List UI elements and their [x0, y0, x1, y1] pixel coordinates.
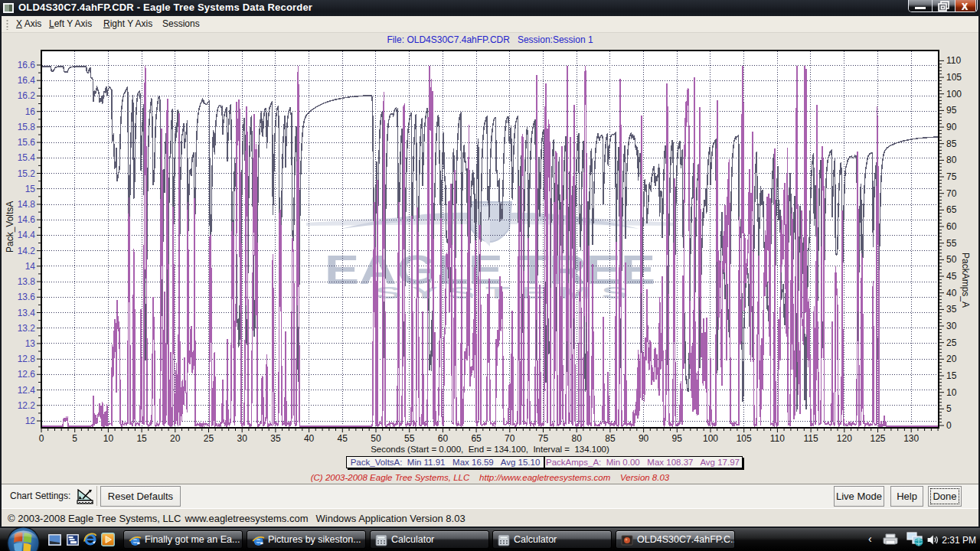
svg-text:0: 0	[946, 420, 952, 431]
svg-text:14.6: 14.6	[18, 214, 36, 225]
svg-text:15.4: 15.4	[18, 152, 36, 163]
svg-text:15: 15	[25, 184, 36, 194]
svg-text:120: 120	[837, 433, 852, 444]
svg-text:95: 95	[672, 433, 683, 444]
svg-text:15: 15	[946, 370, 957, 381]
svg-text:70: 70	[946, 188, 957, 199]
svg-text:20: 20	[170, 433, 181, 444]
svg-text:13.4: 13.4	[18, 308, 36, 318]
svg-text:125: 125	[870, 433, 885, 444]
svg-text:85: 85	[605, 433, 616, 444]
svg-text:100: 100	[703, 433, 718, 444]
svg-text:40: 40	[946, 288, 957, 298]
svg-text:13.2: 13.2	[18, 323, 36, 334]
svg-text:16.2: 16.2	[18, 90, 36, 101]
svg-text:45: 45	[946, 271, 957, 282]
svg-text:16.6: 16.6	[18, 60, 36, 70]
svg-text:90: 90	[639, 433, 649, 444]
svg-text:80: 80	[572, 433, 583, 444]
svg-text:30: 30	[946, 321, 957, 331]
svg-text:25: 25	[204, 433, 214, 444]
svg-text:15.2: 15.2	[18, 168, 36, 179]
svg-text:85: 85	[946, 139, 957, 149]
svg-text:25: 25	[946, 337, 957, 348]
svg-text:14.4: 14.4	[18, 230, 36, 240]
svg-text:130: 130	[903, 433, 919, 444]
svg-text:13: 13	[25, 338, 36, 349]
svg-text:15.8: 15.8	[18, 122, 36, 132]
svg-text:50: 50	[946, 254, 957, 265]
svg-text:80: 80	[946, 155, 957, 165]
svg-text:90: 90	[946, 122, 957, 132]
svg-text:65: 65	[946, 204, 957, 215]
svg-text:12.8: 12.8	[18, 354, 36, 364]
svg-text:100: 100	[946, 89, 962, 99]
svg-text:14: 14	[25, 261, 36, 272]
svg-text:95: 95	[946, 105, 957, 116]
svg-text:PackAmps_A: PackAmps_A	[960, 253, 971, 308]
svg-text:105: 105	[946, 72, 962, 83]
svg-text:65: 65	[471, 433, 482, 444]
svg-text:5: 5	[946, 403, 952, 414]
svg-text:60: 60	[438, 433, 449, 444]
svg-text:75: 75	[538, 433, 549, 444]
svg-text:105: 105	[737, 433, 752, 444]
svg-text:45: 45	[338, 433, 348, 444]
svg-text:16: 16	[25, 106, 36, 117]
svg-text:10: 10	[103, 433, 114, 444]
svg-text:14.8: 14.8	[18, 199, 36, 210]
svg-text:60: 60	[946, 221, 957, 232]
svg-text:15.6: 15.6	[18, 137, 36, 148]
svg-text:13.8: 13.8	[18, 276, 36, 287]
svg-text:30: 30	[237, 433, 248, 444]
svg-text:35: 35	[946, 304, 957, 315]
svg-text:55: 55	[404, 433, 415, 444]
svg-text:115: 115	[804, 433, 818, 444]
svg-text:110: 110	[770, 433, 785, 444]
svg-text:16.4: 16.4	[18, 75, 36, 86]
svg-text:Pack_VoltsA: Pack_VoltsA	[5, 201, 15, 253]
svg-text:12.2: 12.2	[18, 400, 36, 411]
svg-text:12.6: 12.6	[18, 369, 36, 380]
svg-text:70: 70	[505, 433, 515, 444]
svg-text:110: 110	[946, 55, 961, 66]
svg-text:55: 55	[946, 238, 957, 249]
svg-text:13.6: 13.6	[18, 292, 36, 302]
svg-text:50: 50	[371, 433, 381, 444]
svg-text:12: 12	[25, 416, 36, 426]
svg-text:20: 20	[946, 354, 957, 364]
svg-text:0: 0	[39, 433, 44, 444]
svg-text:12.4: 12.4	[18, 385, 36, 396]
svg-text:15: 15	[136, 433, 147, 444]
svg-text:75: 75	[946, 171, 957, 182]
svg-text:10: 10	[946, 387, 957, 398]
svg-text:5: 5	[72, 433, 77, 444]
svg-text:14.2: 14.2	[18, 246, 36, 256]
svg-text:40: 40	[304, 433, 315, 444]
svg-text:35: 35	[270, 433, 281, 444]
svg-text:Seconds (Start = 0.000, End =: Seconds (Start = 0.000, End = 134.100, I…	[371, 445, 609, 454]
